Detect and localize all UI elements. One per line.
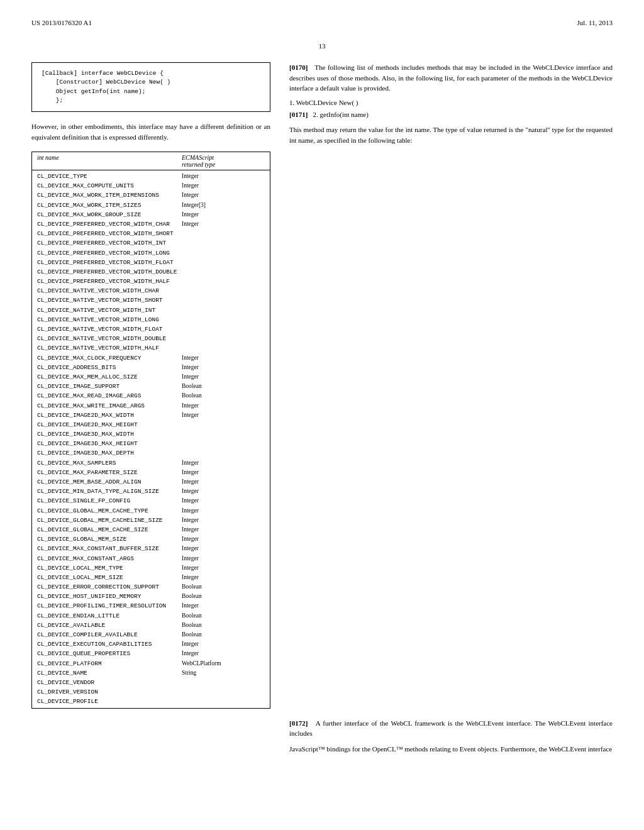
table-cell-name: CL_DEVICE_VENDOR (37, 678, 182, 687)
table-row: CL_DEVICE_MIN_DATA_TYPE_ALIGN_SIZEIntege… (37, 487, 265, 496)
table-cell-name: CL_DEVICE_PLATFORM (37, 659, 182, 668)
table-cell-type: Boolean (182, 630, 265, 639)
table-row: CL_DRIVER_VERSION (37, 687, 265, 697)
device-info-table: int name ECMAScriptreturned type CL_DEVI… (31, 152, 270, 709)
table-cell-type: Integer (182, 172, 265, 181)
table-cell-name: CL_DEVICE_IMAGE3D_MAX_HEIGHT (37, 439, 182, 448)
table-cell-name: CL_DEVICE_NATIVE_VECTOR_WIDTH_INT (37, 306, 182, 315)
item-1: 1. WebCLDevice New( ) (289, 99, 613, 106)
table-body: CL_DEVICE_TYPEIntegerCL_DEVICE_MAX_COMPU… (32, 170, 270, 708)
table-cell-type (182, 306, 265, 315)
table-cell-type: Integer (182, 554, 265, 563)
page: US 2013/0176320 A1 Jul. 11, 2013 13 [Cal… (0, 0, 644, 830)
table-row: CL_DEVICE_PREFERRED_VECTOR_WIDTH_FLOAT (37, 258, 265, 267)
table-cell-type: Integer (182, 573, 265, 582)
code-line-1: [Callback] interface WebCLDevice { (42, 69, 260, 78)
table-cell-type: Integer (182, 191, 265, 200)
table-cell-type (182, 439, 265, 448)
para-0172: [0172] A further interface of the WebCL … (289, 718, 613, 739)
table-row: CL_DEVICE_IMAGE3D_MAX_HEIGHT (37, 439, 265, 448)
table-cell-name: CL_DEVICE_PREFERRED_VECTOR_WIDTH_FLOAT (37, 258, 182, 267)
table-row: CL_DEVICE_COMPILER_AVAILABLEBoolean (37, 630, 265, 639)
table-row: CL_DEVICE_AVAILABLEBoolean (37, 621, 265, 630)
table-cell-type: Integer (182, 534, 265, 544)
table-cell-type (182, 267, 265, 277)
table-row: CL_DEVICE_EXECUTION_CAPABILITIESInteger (37, 639, 265, 649)
table-cell-name: CL_DEVICE_NAME (37, 668, 182, 678)
table-cell-name: CL_DEVICE_PREFERRED_VECTOR_WIDTH_LONG (37, 248, 182, 258)
table-row: CL_DEVICE_NATIVE_VECTOR_WIDTH_CHAR (37, 286, 265, 296)
table-cell-name: CL_DEVICE_LOCAL_MEM_SIZE (37, 573, 182, 582)
table-cell-name: CL_DEVICE_ADDRESS_BITS (37, 363, 182, 372)
table-cell-type: Boolean (182, 611, 265, 621)
table-cell-type: String (182, 668, 265, 678)
table-row: CL_DEVICE_NATIVE_VECTOR_WIDTH_HALF (37, 343, 265, 353)
header-right: Jul. 11, 2013 (577, 19, 613, 26)
table-cell-name: CL_DEVICE_IMAGE3D_MAX_WIDTH (37, 429, 182, 439)
table-row: CL_DEVICE_IMAGE_SUPPORTBoolean (37, 382, 265, 391)
table-cell-name: CL_DEVICE_NATIVE_VECTOR_WIDTH_SHORT (37, 296, 182, 305)
table-cell-type (182, 238, 265, 248)
table-cell-name: CL_DEVICE_NATIVE_VECTOR_WIDTH_HALF (37, 343, 182, 353)
table-cell-name: CL_DEVICE_COMPILER_AVAILABLE (37, 630, 182, 639)
para-0171-text: This method may return the value for the… (289, 124, 613, 145)
table-cell-name: CL_DEVICE_GLOBAL_MEM_CACHELINE_SIZE (37, 516, 182, 525)
table-header: int name ECMAScriptreturned type (32, 152, 270, 170)
table-cell-type: Integer (182, 506, 265, 516)
para-0171: [0171] 2. getInfo(int name) (289, 109, 613, 120)
table-row: CL_DEVICE_PLATFORMWebCLPlatform (37, 659, 265, 668)
table-row: CL_DEVICE_LOCAL_MEM_SIZEInteger (37, 573, 265, 582)
table-row: CL_DEVICE_ERROR_CORRECTION_SUPPORTBoolea… (37, 582, 265, 592)
table-row: CL_DEVICE_MAX_PARAMETER_SIZEInteger (37, 468, 265, 477)
table-row: CL_DEVICE_NATIVE_VECTOR_WIDTH_DOUBLE (37, 334, 265, 343)
table-cell-type: Integer[3] (182, 201, 265, 210)
para-0172-text: A further interface of the WebCL framewo… (289, 719, 613, 738)
table-cell-type: Integer (182, 468, 265, 477)
table-cell-type (182, 448, 265, 458)
table-row: CL_DEVICE_MAX_WRITE_IMAGE_ARGSInteger (37, 401, 265, 411)
table-cell-name: CL_DEVICE_QUEUE_PROPERTIES (37, 649, 182, 658)
table-cell-type: Integer (182, 544, 265, 553)
left-column: [Callback] interface WebCLDevice { [Cons… (31, 62, 270, 709)
table-row: CL_DEVICE_TYPEInteger (37, 172, 265, 181)
table-cell-name: CL_DEVICE_MAX_PARAMETER_SIZE (37, 468, 182, 477)
table-row: CL_DEVICE_NATIVE_VECTOR_WIDTH_LONG (37, 315, 265, 324)
bottom-content: [0172] A further interface of the WebCL … (31, 718, 613, 744)
code-line-2: [Constructor] WebCLDevice New( ) (42, 78, 260, 87)
table-row: CL_DEVICE_PROFILING_TIMER_RESOLUTIONInte… (37, 601, 265, 611)
table-cell-name: CL_DEVICE_NATIVE_VECTOR_WIDTH_DOUBLE (37, 334, 182, 343)
table-cell-type: Integer (182, 496, 265, 506)
table-cell-type: Boolean (182, 382, 265, 391)
table-row: CL_DEVICE_MAX_WORK_ITEM_SIZESInteger[3] (37, 201, 265, 210)
table-cell-name: CL_DEVICE_IMAGE2D_MAX_HEIGHT (37, 420, 182, 429)
table-row: CL_DEVICE_MAX_CONSTANT_BUFFER_SIZEIntege… (37, 544, 265, 553)
table-cell-type (182, 697, 265, 706)
table-row: CL_DEVICE_NATIVE_VECTOR_WIDTH_FLOAT (37, 324, 265, 334)
table-cell-type: Integer (182, 411, 265, 420)
table-col1-header: int name (37, 154, 182, 168)
table-cell-type: Integer (182, 639, 265, 649)
table-cell-type: Integer (182, 516, 265, 525)
table-row: CL_DEVICE_ADDRESS_BITSInteger (37, 363, 265, 372)
table-cell-name: CL_DEVICE_IMAGE3D_MAX_DEPTH (37, 448, 182, 458)
table-cell-name: CL_DEVICE_MAX_CLOCK_FREQUENCY (37, 353, 182, 363)
table-cell-type: Integer (182, 363, 265, 372)
table-cell-type: Integer (182, 353, 265, 363)
table-cell-name: CL_DEVICE_AVAILABLE (37, 621, 182, 630)
table-cell-name: CL_DEVICE_NATIVE_VECTOR_WIDTH_CHAR (37, 286, 182, 296)
table-cell-type: Integer (182, 401, 265, 411)
para-0172-continuation: JavaScript™ bindings for the OpenCL™ met… (289, 744, 613, 755)
table-cell-name: CL_DRIVER_VERSION (37, 687, 182, 697)
right-column: [0170] The following list of methods inc… (289, 62, 613, 709)
table-cell-name: CL_DEVICE_MEM_BASE_ADDR_ALIGN (37, 477, 182, 487)
table-cell-name: CL_DEVICE_LOCAL_MEM_TYPE (37, 563, 182, 573)
table-cell-type: Integer (182, 181, 265, 191)
table-cell-name: CL_DEVICE_MIN_DATA_TYPE_ALIGN_SIZE (37, 487, 182, 496)
table-row: CL_DEVICE_ENDIAN_LITTLEBoolean (37, 611, 265, 621)
table-cell-name: CL_DEVICE_MAX_COMPUTE_UNITS (37, 181, 182, 191)
table-cell-type: Integer (182, 210, 265, 219)
bottom-right: [0172] A further interface of the WebCL … (289, 718, 613, 744)
table-row: CL_DEVICE_MAX_CONSTANT_ARGSInteger (37, 554, 265, 563)
table-cell-name: CL_DEVICE_IMAGE_SUPPORT (37, 382, 182, 391)
table-cell-type (182, 296, 265, 305)
